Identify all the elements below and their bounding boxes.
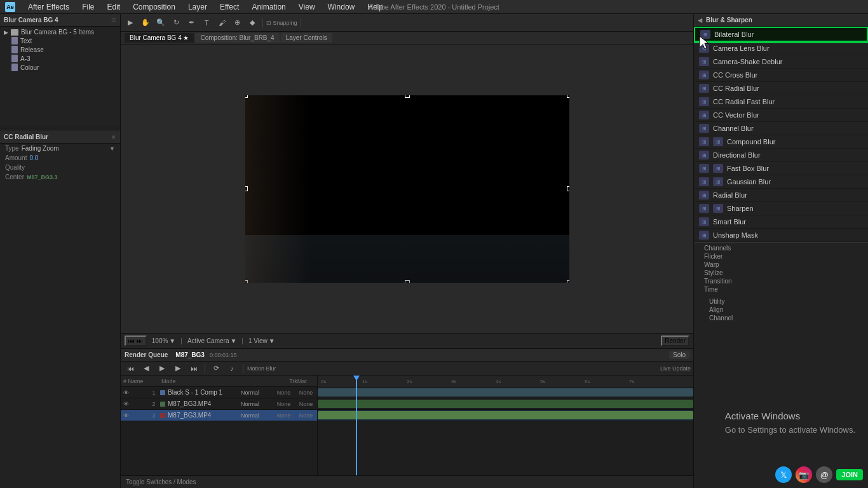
effect-smart-blur[interactable]: Smart Blur	[694, 215, 868, 229]
tl-btn-2[interactable]: ◀	[139, 362, 153, 375]
tool-zoom[interactable]: 🔍	[154, 17, 168, 29]
tl-btn-play[interactable]: ▶	[155, 362, 169, 375]
twitter-icon[interactable]: 𝕏	[775, 466, 792, 483]
effect-camera-shake[interactable]: Camera-Shake Deblur	[694, 55, 868, 69]
comp-tab-layer[interactable]: Composition: Blur_BRB_4	[195, 33, 279, 43]
sub-channel[interactable]: Channel	[699, 314, 863, 322]
layer-mode-1[interactable]: Normal	[240, 390, 273, 396]
sub-stylize[interactable]: Stylize	[694, 269, 868, 277]
zoom-level[interactable]: 100% ▼	[152, 337, 175, 344]
instagram-icon[interactable]: 📷	[796, 466, 812, 483]
tool-rotate[interactable]: ↻	[169, 17, 183, 29]
menu-edit[interactable]: Edit	[104, 3, 123, 11]
effect-cc-cross[interactable]: CC Cross Blur	[694, 69, 868, 82]
layer-vis-3[interactable]: 👁	[121, 412, 131, 419]
menu-layer[interactable]: Layer	[186, 3, 210, 11]
playhead[interactable]	[356, 376, 357, 475]
layer-vis-1[interactable]: 👁	[121, 390, 131, 396]
tool-puppet[interactable]: ◆	[245, 17, 259, 29]
tool-hand[interactable]: ✋	[139, 17, 153, 29]
layer-mode-3[interactable]: Normal	[240, 412, 273, 419]
effect-camera-lens[interactable]: Camera Lens Blur	[694, 42, 868, 55]
comp-viewer[interactable]	[121, 44, 693, 333]
playback-controls[interactable]: ⏮ ⏭	[125, 336, 147, 346]
effect-unsharp[interactable]: Unsharp Mask	[694, 229, 868, 242]
handle-lm[interactable]	[245, 186, 248, 191]
sub-warp[interactable]: Warp	[694, 261, 868, 269]
layer-none-3b[interactable]: None	[295, 412, 317, 419]
prop-value-amount[interactable]: 0.0	[29, 154, 38, 161]
render-button[interactable]: Render	[661, 336, 689, 346]
handle-rm[interactable]	[567, 186, 569, 191]
project-item-release[interactable]: Release	[0, 45, 120, 54]
effect-fast-box[interactable]: Fast Box Blur	[694, 162, 868, 175]
view-dropdown[interactable]: Active Camera ▼	[187, 337, 236, 344]
effect-compound-blur[interactable]: Compound Blur	[694, 135, 868, 149]
menu-effect[interactable]: Effect	[217, 3, 241, 11]
effect-sharpen[interactable]: Sharpen	[694, 202, 868, 215]
layer-row-1[interactable]: 👁 1 Black S - 1 Comp 1 Normal None None	[121, 387, 317, 398]
layer-mode-2[interactable]: Normal	[240, 401, 273, 407]
handle-tl[interactable]	[245, 95, 248, 98]
comp-tab-main[interactable]: Blur Camera BG 4 ★	[125, 33, 194, 43]
project-item-text[interactable]: Text	[0, 36, 120, 45]
sub-transition[interactable]: Transition	[694, 277, 868, 285]
timeline-track-area[interactable]: 0s 1s 2s 3s 4s 5s 6s 7s	[318, 376, 693, 475]
effect-cc-vector[interactable]: CC Vector Blur	[694, 109, 868, 122]
sub-channels[interactable]: Channels	[694, 244, 868, 252]
sub-time[interactable]: Time	[694, 285, 868, 294]
project-item-colour[interactable]: Colour	[0, 63, 120, 72]
layer-none-1b[interactable]: None	[295, 390, 317, 396]
tl-btn-3[interactable]: ▶	[171, 362, 185, 375]
comp-tab-layer-controls[interactable]: Layer Controls	[281, 33, 332, 43]
sub-utility[interactable]: Utility	[699, 297, 863, 306]
toggle-switches[interactable]: Toggle Switches / Modes	[126, 478, 196, 485]
layer-props-close[interactable]: ✕	[111, 134, 116, 140]
sub-flicker[interactable]: Flicker	[694, 252, 868, 261]
effect-directional[interactable]: Directional Blur	[694, 149, 868, 162]
layer-none-2[interactable]: None	[273, 401, 295, 407]
handle-bl[interactable]	[245, 280, 248, 283]
tool-pen[interactable]: ✒	[184, 17, 198, 29]
layer-none-1[interactable]: None	[273, 390, 295, 396]
effect-cc-radial[interactable]: CC Radial Blur	[694, 82, 868, 95]
effect-cc-radial-fast[interactable]: CC Radial Fast Blur	[694, 95, 868, 109]
tl-btn-1[interactable]: ⏮	[123, 362, 137, 375]
effect-channel-blur[interactable]: Channel Blur	[694, 122, 868, 135]
back-arrow[interactable]: ◀	[698, 17, 702, 24]
tl-btn-4[interactable]: ⏭	[187, 362, 201, 375]
layer-vis-2[interactable]: 👁	[121, 401, 131, 407]
project-item-a3[interactable]: A-3	[0, 54, 120, 63]
handle-tm[interactable]	[405, 95, 410, 98]
tool-text[interactable]: T	[200, 17, 214, 29]
join-button[interactable]: JOIN	[836, 469, 863, 480]
layer-row-3[interactable]: 👁 3 M87_BG3.MP4 Normal None None	[121, 410, 317, 421]
handle-tr[interactable]	[567, 95, 569, 98]
sub-align[interactable]: Align	[699, 306, 863, 314]
at-icon[interactable]: @	[816, 466, 832, 483]
menu-after-effects[interactable]: After Effects	[25, 3, 72, 11]
effect-gaussian[interactable]: Gaussian Blur	[694, 175, 868, 189]
dropdown-arrow[interactable]: ▼	[109, 146, 115, 152]
views-dropdown[interactable]: 1 View ▼	[248, 337, 275, 344]
handle-bm[interactable]	[405, 280, 410, 283]
menu-window[interactable]: Window	[325, 3, 358, 11]
menu-view[interactable]: View	[296, 3, 318, 11]
time-ruler[interactable]: 0s 1s 2s 3s 4s 5s 6s 7s	[318, 376, 693, 387]
menu-composition[interactable]: Composition	[130, 3, 178, 11]
layer-none-2b[interactable]: None	[295, 401, 317, 407]
project-panel-icon[interactable]: ☰	[111, 17, 116, 24]
project-item[interactable]: ▶ Blur Camera BG - 5 Items	[0, 28, 120, 36]
solo-button[interactable]: Solo	[669, 351, 689, 359]
prop-value-center[interactable]: M87_BG3.3	[27, 174, 58, 180]
tool-select[interactable]: ▶	[123, 17, 137, 29]
tl-btn-loop[interactable]: ⟳	[209, 362, 223, 375]
menu-file[interactable]: File	[79, 3, 97, 11]
handle-br[interactable]	[567, 280, 569, 283]
tool-clone[interactable]: ⊕	[230, 17, 244, 29]
menu-animation[interactable]: Animation	[249, 3, 288, 11]
tl-btn-audio[interactable]: ♪	[225, 362, 239, 375]
tool-brush[interactable]: 🖌	[215, 17, 229, 29]
layer-none-3[interactable]: None	[273, 412, 295, 419]
effect-radial[interactable]: Radial Blur	[694, 189, 868, 202]
